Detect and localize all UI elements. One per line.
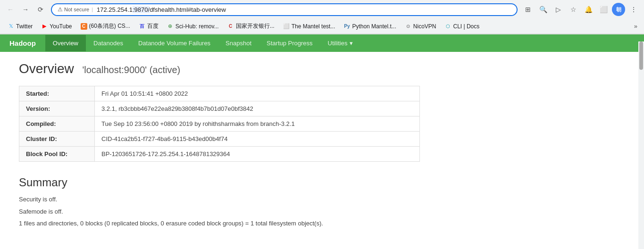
bookmark-python[interactable]: Py Python Mantel.t... xyxy=(340,22,400,31)
bookmark-youtube[interactable]: ▶ YouTube xyxy=(37,22,75,31)
main-content: Overview 'localhost:9000' (active) Start… xyxy=(0,52,644,241)
summary-security: Security is off. xyxy=(19,195,625,204)
summary-title: Summary xyxy=(19,176,625,189)
table-row: Started: Fri Apr 01 10:51:41 +0800 2022 xyxy=(19,86,420,101)
utilities-dropdown: Utilities ▾ xyxy=(328,40,353,47)
youtube-favicon: ▶ xyxy=(41,23,48,30)
window-button[interactable]: ⬜ xyxy=(597,3,610,16)
bookmark-cli-label: CLI | Docs xyxy=(453,23,479,30)
bookmark-nicovpn[interactable]: ⊙ NicoVPN xyxy=(401,22,440,31)
scrollbar-thumb[interactable] xyxy=(639,42,643,70)
browser-topbar: ← → ⟳ ⚠ Not secure | 172.25.254.1:9870/d… xyxy=(0,0,644,19)
tab-startup-progress[interactable]: Startup Progress xyxy=(259,35,320,51)
cluster-id-value: CID-41ca2b51-f727-4ba6-9115-b43ed00b4f74 xyxy=(95,132,420,147)
bookmark-cdb-label: 国家开发银行... xyxy=(236,22,275,30)
mantel-favicon: ⬜ xyxy=(283,23,290,30)
info-table: Started: Fri Apr 01 10:51:41 +0800 2022 … xyxy=(19,86,420,162)
table-row: Version: 3.2.1, rb3cbbb467e22ea829b3808f… xyxy=(19,101,420,116)
bookmarks-more-button[interactable]: » xyxy=(631,21,640,31)
bookmarks-bar: 𝕏 Twitter ▶ YouTube C (60条消息) CS... 百 百度… xyxy=(0,19,644,34)
cast-button[interactable]: ▷ xyxy=(552,3,565,16)
compiled-value: Tue Sep 10 23:56:00 +0800 2019 by rohith… xyxy=(95,116,420,132)
extensions-button[interactable]: 🔔 xyxy=(582,3,595,16)
bookmark-mantel-label: The Mantel test... xyxy=(292,23,335,30)
address-port: :9870/ xyxy=(133,6,150,13)
bookmark-crunchyroll[interactable]: C (60条消息) CS... xyxy=(77,21,134,32)
profile-button[interactable]: 朝 xyxy=(612,3,625,16)
started-label: Started: xyxy=(19,86,95,101)
bookmark-youtube-label: YouTube xyxy=(50,23,72,30)
tab-datanode-volume-failures[interactable]: Datanode Volume Failures xyxy=(131,35,218,51)
page-title: Overview 'localhost:9000' (active) xyxy=(19,61,625,76)
hostname-label: 'localhost:9000' (active) xyxy=(82,65,180,75)
cluster-id-label: Cluster ID: xyxy=(19,132,95,147)
bookmark-scihub[interactable]: ⊕ Sci-Hub: remov... xyxy=(163,22,223,31)
bookmark-baidu-label: 百度 xyxy=(147,22,159,30)
started-value: Fri Apr 01 10:51:41 +0800 2022 xyxy=(95,86,420,101)
translate-button[interactable]: ⊞ xyxy=(521,3,535,16)
bookmark-crunchyroll-label: (60条消息) CS... xyxy=(89,22,130,30)
block-pool-id-label: Block Pool ID: xyxy=(19,147,95,162)
browser-chrome: ← → ⟳ ⚠ Not secure | 172.25.254.1:9870/d… xyxy=(0,0,644,34)
version-label: Version: xyxy=(19,101,95,116)
bookmark-cdb[interactable]: C 国家开发银行... xyxy=(224,21,278,32)
tab-utilities[interactable]: Utilities ▾ xyxy=(320,35,360,51)
bookmark-cli[interactable]: ⬡ CLI | Docs xyxy=(441,22,483,31)
address-text: 172.25.254.1:9870/dfshealth.html#tab-ove… xyxy=(97,6,511,13)
python-favicon: Py xyxy=(343,23,350,30)
bookmark-python-label: Python Mantel.t... xyxy=(352,23,396,30)
back-button[interactable]: ← xyxy=(4,3,17,16)
bookmark-mantel[interactable]: ⬜ The Mantel test... xyxy=(279,22,339,31)
cli-favicon: ⬡ xyxy=(444,23,451,30)
bookmark-twitter-label: Twitter xyxy=(16,23,33,30)
bookmark-scihub-label: Sci-Hub: remov... xyxy=(176,23,219,30)
menu-button[interactable]: ⋮ xyxy=(627,3,640,16)
zoom-button[interactable]: 🔍 xyxy=(536,3,550,16)
bookmark-twitter[interactable]: 𝕏 Twitter xyxy=(4,22,36,31)
table-row: Cluster ID: CID-41ca2b51-f727-4ba6-9115-… xyxy=(19,132,420,147)
bookmark-baidu[interactable]: 百 百度 xyxy=(135,21,162,32)
table-row: Compiled: Tue Sep 10 23:56:00 +0800 2019… xyxy=(19,116,420,132)
scrollbar[interactable] xyxy=(638,42,644,241)
browser-icons: ⊞ 🔍 ▷ ☆ 🔔 ⬜ 朝 ⋮ xyxy=(521,3,640,16)
nicovpn-favicon: ⊙ xyxy=(405,23,411,30)
bookmark-nicovpn-label: NicoVPN xyxy=(413,23,436,30)
chevron-down-icon: ▾ xyxy=(350,40,353,47)
overview-title: Overview xyxy=(19,61,74,76)
crunchyroll-favicon: C xyxy=(81,23,87,30)
cdb-favicon: C xyxy=(227,23,234,30)
block-pool-id-value: BP-1203651726-172.25.254.1-1648781329364 xyxy=(95,147,420,162)
tab-snapshot[interactable]: Snapshot xyxy=(218,35,259,51)
security-label: Not secure xyxy=(64,7,89,12)
twitter-favicon: 𝕏 xyxy=(8,23,14,30)
forward-button[interactable]: → xyxy=(19,3,32,16)
address-divider: | xyxy=(92,7,93,12)
compiled-label: Compiled: xyxy=(19,116,95,132)
security-indicator: ⚠ Not secure | xyxy=(58,6,94,13)
nav-buttons: ← → ⟳ xyxy=(4,3,47,16)
version-value: 3.2.1, rb3cbbb467e22ea829b3808f4b7b01d07… xyxy=(95,101,420,116)
tab-datanodes[interactable]: Datanodes xyxy=(86,35,131,51)
hadoop-brand: Hadoop xyxy=(0,34,45,52)
address-path: dfshealth.html#tab-overview xyxy=(150,6,226,13)
summary-safemode: Safemode is off. xyxy=(19,207,625,216)
lock-icon: ⚠ xyxy=(58,6,63,13)
hadoop-nav: Hadoop Overview Datanodes Datanode Volum… xyxy=(0,34,644,52)
summary-filesystem: 1 files and directories, 0 blocks (0 rep… xyxy=(19,219,625,228)
reload-button[interactable]: ⟳ xyxy=(34,3,47,16)
address-domain: 172.25.254.1 xyxy=(97,6,133,13)
tab-overview[interactable]: Overview xyxy=(45,35,86,51)
address-bar[interactable]: ⚠ Not secure | 172.25.254.1:9870/dfsheal… xyxy=(51,3,518,16)
scihub-favicon: ⊕ xyxy=(167,23,174,30)
bookmark-button[interactable]: ☆ xyxy=(567,3,580,16)
table-row: Block Pool ID: BP-1203651726-172.25.254.… xyxy=(19,147,420,162)
baidu-favicon: 百 xyxy=(139,23,145,30)
